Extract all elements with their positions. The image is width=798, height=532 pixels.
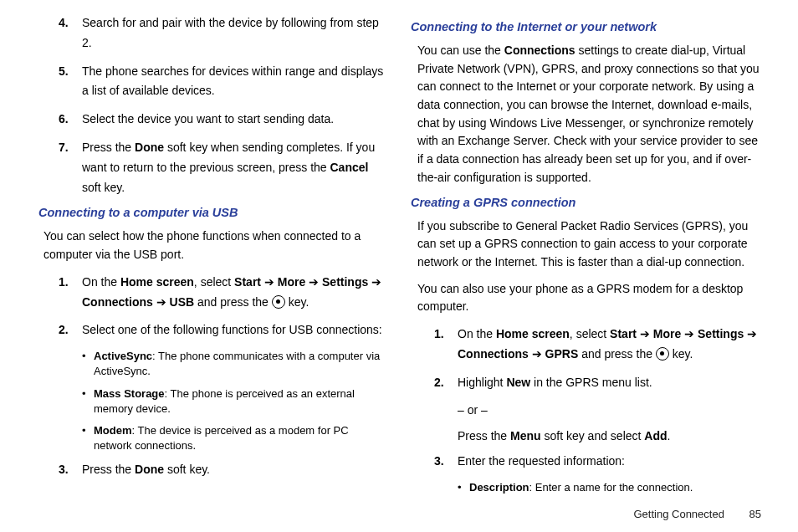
- arrow-icon: ➔: [637, 327, 653, 340]
- page: 4. Search for and pair with the device b…: [0, 0, 798, 502]
- step-text: On the Home screen, select Start ➔ More …: [82, 273, 387, 313]
- t: : The device is perceived as a modem for…: [94, 424, 349, 452]
- t: soft key.: [82, 181, 125, 194]
- step-text: Highlight New in the GPRS menu list.: [458, 373, 765, 393]
- bullet-mass-storage: • Mass Storage: The phone is perceived a…: [82, 386, 387, 417]
- t: .: [668, 429, 671, 442]
- section-heading-usb: Connecting to a computer via USB: [38, 206, 387, 219]
- bullet-icon: •: [82, 423, 94, 453]
- step-6: 6. Select the device you want to start s…: [59, 110, 387, 130]
- t: GPRS: [545, 347, 579, 361]
- t: More: [278, 275, 305, 289]
- t: and press the: [578, 347, 656, 361]
- t: soft key.: [164, 463, 210, 476]
- bullet-icon: •: [458, 480, 469, 495]
- t: Connections: [458, 347, 529, 361]
- t: Mass Storage: [94, 387, 165, 400]
- t: Highlight: [458, 376, 506, 389]
- t: USB: [170, 295, 195, 309]
- t: Press the: [458, 429, 510, 442]
- gprs-p2: You can also use your phone as a GPRS mo…: [417, 280, 765, 316]
- t: key.: [285, 295, 309, 309]
- t: Press the: [82, 463, 135, 476]
- t: in the GPRS menu list.: [530, 376, 652, 389]
- page-footer: Getting Connected 85: [634, 508, 762, 520]
- step-number: 3.: [434, 452, 458, 472]
- section-heading-internet: Connecting to the Internet or your netwo…: [411, 20, 765, 33]
- step-number: 5.: [59, 62, 82, 102]
- t: : Enter a name for the connection.: [529, 481, 693, 494]
- t: and press the: [194, 295, 272, 309]
- step-text: Press the Done soft key.: [82, 460, 387, 480]
- gprs-step-2b: Press the Menu soft key and select Add.: [458, 427, 765, 445]
- section-name: Getting Connected: [634, 508, 724, 520]
- t: , select: [570, 327, 610, 340]
- step-text: Press the Done soft key when sending com…: [82, 138, 387, 197]
- bullet-icon: •: [82, 349, 94, 379]
- t: Add: [644, 429, 667, 442]
- step-text: Select one of the following functions fo…: [82, 320, 387, 340]
- t: Home screen: [120, 275, 194, 289]
- step-text: The phone searches for devices within ra…: [82, 62, 387, 102]
- t: ActiveSync: [94, 350, 152, 362]
- bullet-text: Mass Storage: The phone is perceived as …: [94, 386, 387, 417]
- t: Press the: [82, 141, 135, 154]
- t: You can use the: [417, 43, 504, 57]
- step-number: 2.: [59, 320, 82, 340]
- step-number: 1.: [59, 273, 82, 313]
- usb-step-2: 2. Select one of the following functions…: [59, 320, 387, 340]
- t: settings to create dial-up, Virtual Priv…: [417, 43, 760, 184]
- step-text: Search for and pair with the device by f…: [82, 13, 387, 54]
- t: soft key and select: [541, 429, 645, 442]
- t: Description: [469, 481, 529, 494]
- arrow-icon: ➔: [681, 327, 698, 340]
- arrow-icon: ➔: [153, 295, 170, 309]
- usb-step-3: 3. Press the Done soft key.: [59, 460, 387, 480]
- ok-key-icon: [656, 347, 669, 361]
- gprs-step-2: 2. Highlight New in the GPRS menu list.: [434, 373, 765, 393]
- t: Connections: [82, 295, 153, 309]
- internet-para: You can use the Connections settings to …: [417, 42, 765, 187]
- right-column: Connecting to the Internet or your netwo…: [411, 13, 765, 502]
- t: Settings: [322, 275, 368, 289]
- step-text: On the Home screen, select Start ➔ More …: [458, 325, 765, 365]
- t: Done: [135, 463, 164, 476]
- t: Connections: [504, 43, 575, 57]
- step-text: Enter the requested information:: [458, 452, 765, 472]
- t: Home screen: [496, 327, 570, 340]
- arrow-icon: ➔: [744, 327, 757, 340]
- t: Done: [135, 141, 164, 154]
- bullet-modem: • Modem: The device is perceived as a mo…: [82, 423, 387, 453]
- t: Settings: [698, 327, 744, 340]
- step-number: 2.: [434, 373, 458, 393]
- bullet-text: Modem: The device is perceived as a mode…: [94, 423, 387, 453]
- t: Start: [610, 327, 637, 340]
- bullet-icon: •: [82, 386, 94, 417]
- gprs-step-3: 3. Enter the requested information:: [434, 452, 765, 472]
- section-heading-gprs: Creating a GPRS connection: [411, 196, 765, 209]
- t: More: [653, 327, 681, 340]
- t: Start: [234, 275, 261, 289]
- page-number: 85: [749, 508, 761, 520]
- t: key.: [669, 347, 693, 361]
- step-number: 3.: [59, 460, 82, 480]
- step-number: 6.: [59, 110, 82, 130]
- left-column: 4. Search for and pair with the device b…: [33, 13, 387, 502]
- step-5: 5. The phone searches for devices within…: [59, 62, 387, 102]
- gprs-p1: If you subscribe to General Packet Radio…: [417, 217, 765, 272]
- gprs-step-1: 1. On the Home screen, select Start ➔ Mo…: [434, 325, 765, 365]
- gprs-or: – or –: [458, 401, 765, 419]
- t: On the: [82, 275, 120, 289]
- usb-step-1: 1. On the Home screen, select Start ➔ Mo…: [59, 273, 387, 313]
- t: New: [506, 376, 530, 389]
- step-4: 4. Search for and pair with the device b…: [59, 13, 387, 54]
- bullet-activesync: • ActiveSync: The phone communicates wit…: [82, 349, 387, 379]
- bullet-text: Description: Enter a name for the connec…: [469, 480, 765, 495]
- step-text: Select the device you want to start send…: [82, 110, 387, 130]
- step-number: 4.: [59, 13, 82, 54]
- t: , select: [194, 275, 234, 289]
- t: On the: [458, 327, 496, 340]
- arrow-icon: ➔: [305, 275, 322, 289]
- t: Modem: [94, 424, 132, 437]
- usb-intro: You can select how the phone functions w…: [43, 228, 387, 263]
